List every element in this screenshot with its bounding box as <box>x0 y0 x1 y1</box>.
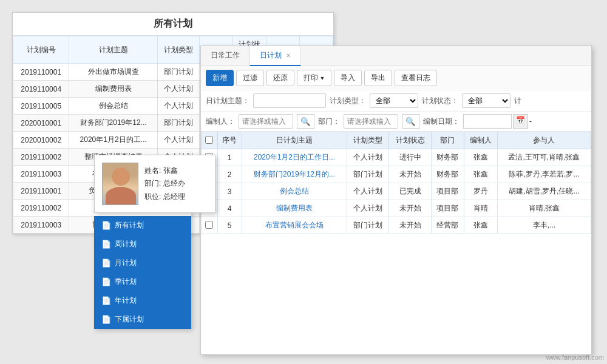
row-status: 未开始 <box>389 200 431 217</box>
export-button[interactable]: 导出 <box>364 70 392 86</box>
row-type: 个人计划 <box>347 149 389 166</box>
table-row: 3 例会总结 个人计划 已完成 项目部 罗丹 胡建,胡雪,罗丹,任晓... <box>202 183 591 200</box>
sidebar-item-季计划[interactable]: 📄季计划 <box>94 272 191 291</box>
row-editor: 张鑫 <box>464 149 498 166</box>
row-theme[interactable]: 2020年1月2日的工作日... <box>242 149 347 166</box>
theme-filter-label: 日计划主题： <box>206 96 249 106</box>
col-editor: 编制人 <box>464 132 498 149</box>
row-no: 1 <box>217 149 242 166</box>
row-dept: 项目部 <box>431 200 464 217</box>
row-check[interactable] <box>202 217 218 234</box>
sidebar-item-下属计划[interactable]: 📄下属计划 <box>94 310 191 329</box>
col-status: 计划状态 <box>389 132 431 149</box>
log-button[interactable]: 查看日志 <box>395 70 437 86</box>
row-theme[interactable]: 例会总结 <box>242 183 347 200</box>
row-dept: 经营部 <box>431 217 464 234</box>
row-checkbox[interactable] <box>205 221 213 229</box>
row-participants: 胡建,胡雪,罗丹,任晓... <box>497 183 591 200</box>
row-theme[interactable]: 布置营销展会会场 <box>242 217 347 234</box>
bg-panel-title: 所有计划 <box>13 13 333 36</box>
type-filter-select[interactable]: 全部 个人计划 部门计划 <box>370 93 418 108</box>
table-cell: 例会总结 <box>69 98 157 115</box>
table-row: 5 布置营销展会会场 部门计划 未开始 经营部 张鑫 李丰,... <box>202 217 591 234</box>
main-panel: 日常工作 日计划 ✕ 新增 过滤 还原 打印 导入 导出 查看日志 日计划主题：… <box>200 46 592 355</box>
editor-search-button[interactable]: 🔍 <box>297 114 314 129</box>
col-type: 计划类型 <box>347 132 389 149</box>
row-theme[interactable]: 编制费用表 <box>242 200 347 217</box>
row-no: 5 <box>217 217 242 234</box>
tab-daily-work[interactable]: 日常工作 <box>201 46 250 66</box>
row-type: 部门计划 <box>347 166 389 183</box>
date-separator: - <box>529 117 532 126</box>
table-cell: 个人计划 <box>157 98 200 115</box>
table-cell: 财务部门2019年12... <box>69 115 157 132</box>
date-input-group: 📅 - <box>463 114 532 129</box>
row-participants: 肖晴,张鑫 <box>497 200 591 217</box>
col-theme: 日计划主题 <box>242 132 347 149</box>
date-start-input[interactable] <box>463 114 512 129</box>
table-cell: 部门计划 <box>157 115 200 132</box>
col-check <box>202 132 218 149</box>
data-table: 序号 日计划主题 计划类型 计划状态 部门 编制人 参与人 1 2020年1月2… <box>201 132 591 234</box>
type-filter-label: 计划类型： <box>330 96 366 106</box>
row-dept: 项目部 <box>431 183 464 200</box>
row-status: 已完成 <box>389 183 431 200</box>
print-button[interactable]: 打印 <box>297 70 331 86</box>
editor-filter-label: 编制人： <box>206 116 235 127</box>
row-editor: 张鑫 <box>464 217 498 234</box>
sidebar-item-icon: 📄 <box>101 258 111 268</box>
row-editor: 罗丹 <box>464 183 498 200</box>
theme-filter-input[interactable] <box>253 93 326 108</box>
filter-row-1: 日计划主题： 计划类型： 全部 个人计划 部门计划 计划状态： 全部 未开始 进… <box>201 90 591 112</box>
sidebar-item-月计划[interactable]: 📄月计划 <box>94 254 191 272</box>
dept-search-button[interactable]: 🔍 <box>402 114 419 129</box>
tab-close-icon[interactable]: ✕ <box>286 52 291 59</box>
row-dept: 财务部 <box>431 149 464 166</box>
table-cell: 2019110001 <box>13 183 69 200</box>
toolbar: 新增 过滤 还原 打印 导入 导出 查看日志 <box>201 66 591 90</box>
data-table-wrapper: 序号 日计划主题 计划类型 计划状态 部门 编制人 参与人 1 2020年1月2… <box>201 132 591 354</box>
dept-filter-input[interactable] <box>344 114 398 129</box>
tabs-bar: 日常工作 日计划 ✕ <box>201 46 591 66</box>
sidebar-item-icon: 📄 <box>101 221 111 230</box>
row-participants: 李丰,... <box>497 217 591 234</box>
table-cell: 2019110005 <box>13 98 69 115</box>
status-filter-label: 计划状态： <box>422 96 458 106</box>
sidebar-item-label: 周计划 <box>115 239 137 249</box>
date-filter-label: 编制日期： <box>423 116 459 127</box>
status-filter-select[interactable]: 全部 未开始 进行中 已完成 <box>462 93 510 108</box>
user-dept: 部门: 总经办 <box>144 177 185 190</box>
user-card-popup: 姓名: 张鑫 部门: 总经办 职位: 总经理 <box>94 155 215 213</box>
col-participants: 参与人 <box>497 132 591 149</box>
calendar-icon[interactable]: 📅 <box>513 114 528 129</box>
avatar <box>102 163 138 205</box>
sidebar-item-周计划[interactable]: 📄周计划 <box>94 235 191 254</box>
row-status: 未开始 <box>389 166 431 183</box>
restore-button[interactable]: 还原 <box>266 70 294 86</box>
sidebar-item-label: 下属计划 <box>115 314 144 325</box>
extra-label: 计 <box>514 96 521 106</box>
sidebar-item-icon: 📄 <box>101 296 111 305</box>
select-all-checkbox[interactable] <box>205 136 213 144</box>
row-no: 4 <box>217 200 242 217</box>
user-name: 姓名: 张鑫 <box>144 164 185 178</box>
filter-row-2: 编制人： 🔍 部门： 🔍 编制日期： 📅 - <box>201 112 591 132</box>
table-cell: 2020010001 <box>13 115 69 132</box>
table-cell: 编制费用表 <box>69 81 157 98</box>
tab-daily-plan[interactable]: 日计划 ✕ <box>250 46 301 66</box>
bg-col-id: 计划编号 <box>13 36 69 64</box>
sidebar-item-年计划[interactable]: 📄年计划 <box>94 291 191 310</box>
row-type: 部门计划 <box>347 217 389 234</box>
import-button[interactable]: 导入 <box>334 70 362 86</box>
filter-button[interactable]: 过滤 <box>236 70 264 86</box>
table-row: 2 财务部门2019年12月的... 部门计划 未开始 财务部 张鑫 陈菲,罗丹… <box>202 166 591 183</box>
row-editor: 肖晴 <box>464 200 498 217</box>
row-editor: 张鑫 <box>464 166 498 183</box>
editor-filter-input[interactable] <box>239 114 293 129</box>
row-dept: 财务部 <box>431 166 464 183</box>
table-cell: 2019110001 <box>13 64 69 81</box>
add-button[interactable]: 新增 <box>206 70 234 86</box>
row-theme[interactable]: 财务部门2019年12月的... <box>242 166 347 183</box>
sidebar-item-所有计划[interactable]: 📄所有计划 <box>94 216 191 235</box>
row-type: 个人计划 <box>347 200 389 217</box>
